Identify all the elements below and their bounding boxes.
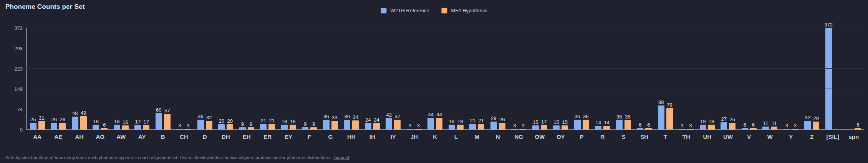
bar-mfa-r[interactable] xyxy=(603,126,610,130)
bar-w2tg-aw[interactable] xyxy=(114,125,120,130)
bar-mfa-s[interactable] xyxy=(624,120,631,130)
bar-mfa-ey[interactable] xyxy=(290,125,296,130)
bar-column: 36 xyxy=(323,114,330,130)
bar-w2tg-ih[interactable] xyxy=(365,123,371,130)
bar-value-label: 26 xyxy=(60,117,65,122)
bar-mfa-b[interactable] xyxy=(164,114,171,130)
x-tick-label-z: Z xyxy=(802,133,823,140)
bar-mfa-spn[interactable] xyxy=(855,128,861,130)
bar-w2tg-ch[interactable] xyxy=(176,129,183,130)
bar-mfa-y[interactable] xyxy=(792,129,798,130)
bar-w2tg-ao[interactable] xyxy=(93,125,99,130)
bar-mfa-th[interactable] xyxy=(687,129,694,130)
bar-w2tg-f[interactable] xyxy=(302,127,308,130)
bar-mfa-ow[interactable] xyxy=(541,125,547,130)
bar-w2tg-ey[interactable] xyxy=(281,125,288,130)
bar-value-label: 36 xyxy=(323,114,329,119)
bar-mfa-ch[interactable] xyxy=(185,129,191,130)
bar-mfa-ae[interactable] xyxy=(59,123,66,130)
bar-w2tg-ay[interactable] xyxy=(134,125,141,130)
bar-column: 3 xyxy=(176,123,183,130)
bar-w2tg-aa[interactable] xyxy=(30,123,36,130)
bar-mfa-aw[interactable] xyxy=(122,125,129,130)
bar-w2tg-eh[interactable] xyxy=(239,127,246,130)
bar-w2tg-k[interactable] xyxy=(427,118,434,130)
bar-w2tg-hh[interactable] xyxy=(344,120,350,130)
bar-w2tg-v[interactable] xyxy=(742,128,748,130)
bar-group-hh: 3634 xyxy=(341,114,362,130)
source-link[interactable]: [source] xyxy=(333,155,349,160)
legend-item-mfa-hypothesis[interactable]: MFA Hypothesis xyxy=(442,8,487,13)
bar-mfa-k[interactable] xyxy=(436,118,442,130)
bar-mfa-dh[interactable] xyxy=(227,124,233,130)
bar-w2tg-uh[interactable] xyxy=(700,125,706,130)
bar-mfa-sh[interactable] xyxy=(645,128,652,130)
bar-mfa-ah[interactable] xyxy=(80,116,87,130)
bar-mfa-f[interactable] xyxy=(310,127,317,130)
bar-mfa-uw[interactable] xyxy=(729,123,735,130)
bar-mfa-v[interactable] xyxy=(750,128,757,130)
bar-mfa-ng[interactable] xyxy=(520,129,526,130)
bar-mfa-ao[interactable] xyxy=(101,128,108,130)
bar-w2tg-sh[interactable] xyxy=(637,128,643,130)
bar-mfa-aa[interactable] xyxy=(38,121,45,130)
bar-value-label: 18 xyxy=(114,119,119,124)
legend-item-w2tg-reference[interactable]: W2TG Reference xyxy=(381,8,429,13)
bar-value-label: 6 xyxy=(856,122,859,127)
bar-w2tg-ng[interactable] xyxy=(511,129,518,130)
bar-w2tg-oy[interactable] xyxy=(553,125,560,130)
bar-w2tg-iy[interactable] xyxy=(386,118,392,130)
bar-w2tg-w[interactable] xyxy=(762,127,769,130)
footer-text: Side-by-side bar chart of how many times… xyxy=(5,155,331,160)
x-tick-label-n: N xyxy=(487,133,509,140)
bar-group-sh: 66 xyxy=(634,122,655,130)
bar-mfa-iy[interactable] xyxy=(394,120,401,130)
bar-mfa-ay[interactable] xyxy=(143,125,149,130)
bar-w2tg-jh[interactable] xyxy=(407,129,413,130)
bar-w2tg-sil[interactable] xyxy=(825,28,832,130)
bar-mfa-ih[interactable] xyxy=(373,123,380,130)
bar-mfa-z[interactable] xyxy=(813,122,819,130)
bar-mfa-eh[interactable] xyxy=(248,127,254,130)
bar-mfa-m[interactable] xyxy=(478,124,484,130)
bar-mfa-uh[interactable] xyxy=(708,125,715,130)
bar-w2tg-dh[interactable] xyxy=(218,124,225,130)
x-tick-label-y: Y xyxy=(780,133,802,140)
bar-mfa-n[interactable] xyxy=(499,123,505,130)
bar-w2tg-ow[interactable] xyxy=(532,125,539,130)
bar-mfa-t[interactable] xyxy=(666,108,673,130)
bar-mfa-jh[interactable] xyxy=(415,129,422,130)
bar-w2tg-s[interactable] xyxy=(616,120,623,130)
bar-value-label: 14 xyxy=(596,120,601,125)
bar-mfa-p[interactable] xyxy=(583,120,589,130)
bar-w2tg-y[interactable] xyxy=(784,129,790,130)
bar-w2tg-g[interactable] xyxy=(323,120,330,130)
bar-w2tg-th[interactable] xyxy=(679,129,685,130)
bar-column: 372 xyxy=(825,22,832,130)
bar-mfa-oy[interactable] xyxy=(562,125,568,130)
bar-group-uh: 1818 xyxy=(697,119,718,130)
bar-value-label: 6 xyxy=(752,122,755,127)
bar-w2tg-l[interactable] xyxy=(449,125,455,130)
bar-mfa-er[interactable] xyxy=(268,124,275,130)
bar-w2tg-n[interactable] xyxy=(490,122,497,130)
bar-value-label: 11 xyxy=(772,121,777,126)
bar-mfa-w[interactable] xyxy=(771,127,777,130)
bar-group-uw: 2725 xyxy=(718,117,739,130)
bar-value-label: 36 xyxy=(345,114,350,119)
bar-w2tg-p[interactable] xyxy=(574,120,581,130)
bar-w2tg-uw[interactable] xyxy=(721,122,727,130)
bar-w2tg-z[interactable] xyxy=(804,121,811,130)
bar-w2tg-er[interactable] xyxy=(260,124,267,130)
bar-mfa-g[interactable] xyxy=(331,121,338,130)
bar-w2tg-d[interactable] xyxy=(197,120,204,130)
bar-mfa-d[interactable] xyxy=(206,121,212,130)
bar-w2tg-m[interactable] xyxy=(469,124,476,130)
bar-w2tg-r[interactable] xyxy=(595,126,601,130)
bar-mfa-l[interactable] xyxy=(457,125,464,130)
bar-w2tg-ah[interactable] xyxy=(72,117,78,130)
bar-mfa-hh[interactable] xyxy=(352,120,359,130)
x-tick-label-ch: CH xyxy=(174,133,195,140)
bar-w2tg-ae[interactable] xyxy=(51,123,57,130)
bar-w2tg-b[interactable] xyxy=(156,113,162,130)
